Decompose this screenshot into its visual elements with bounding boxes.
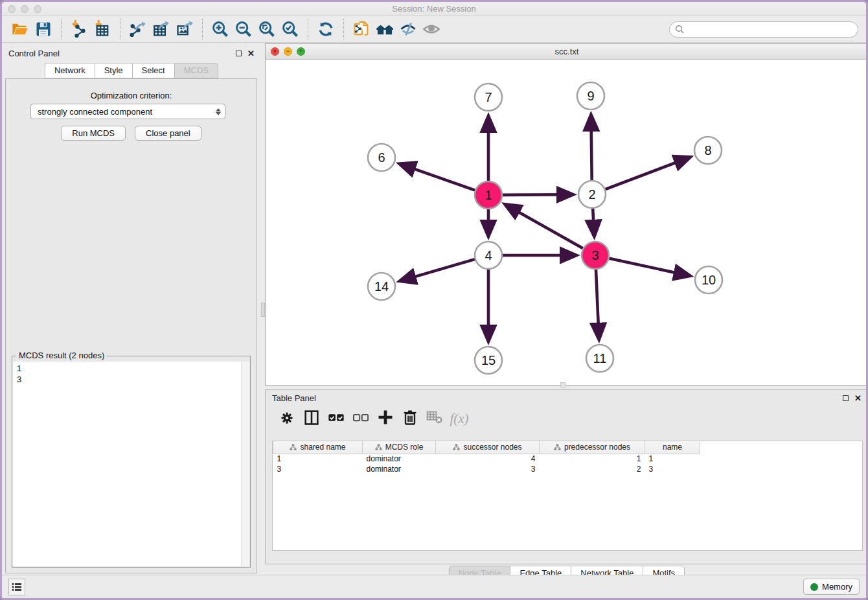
column-tree-icon xyxy=(290,444,297,451)
table-toolbar: f(x) xyxy=(266,406,868,432)
import-network-button[interactable] xyxy=(67,18,91,40)
network-titlebar[interactable]: × − + scc.txt xyxy=(266,44,868,60)
graph-node-9[interactable]: 9 xyxy=(577,82,604,110)
graph-node-15[interactable]: 15 xyxy=(475,347,502,374)
column-header-predecessor-nodes[interactable]: predecessor nodes xyxy=(540,441,645,454)
close-panel-button[interactable]: Close panel xyxy=(135,126,201,141)
table-cell[interactable]: 3 xyxy=(645,464,700,474)
node-label: 2 xyxy=(588,187,595,202)
table-row[interactable]: 1dominator411 xyxy=(273,454,700,464)
export-network-button[interactable] xyxy=(126,18,150,40)
network-window: × − + scc.txt 7968124314101511 xyxy=(265,43,868,386)
apply-layout-button[interactable] xyxy=(314,18,337,40)
node-table: shared nameMCDS rolesuccessor nodesprede… xyxy=(272,441,863,551)
zoom-in-button[interactable] xyxy=(209,18,232,40)
home-layout-button[interactable] xyxy=(373,18,396,40)
close-table-panel-icon[interactable]: ✕ xyxy=(854,394,862,402)
table-cell[interactable]: dominator xyxy=(363,464,436,474)
graph-node-1[interactable]: 1 xyxy=(475,181,502,209)
delete-column-button[interactable] xyxy=(399,408,421,429)
node-label: 3 xyxy=(591,248,599,262)
tab-select[interactable]: Select xyxy=(132,63,174,78)
graph-node-10[interactable]: 10 xyxy=(695,266,722,294)
table-cell[interactable]: 3 xyxy=(436,464,540,474)
main-toolbar xyxy=(2,16,866,43)
deselect-all-icon xyxy=(352,408,370,429)
zoom-selected-button[interactable] xyxy=(279,18,302,40)
table-cell[interactable]: 1 xyxy=(273,454,363,464)
zoom-out-button[interactable] xyxy=(232,18,255,40)
memory-button[interactable]: Memory xyxy=(803,579,860,595)
criterion-select[interactable]: strongly connected component xyxy=(30,104,225,119)
tab-network[interactable]: Network xyxy=(45,63,95,78)
search-input[interactable] xyxy=(687,25,852,34)
add-column-icon xyxy=(376,408,394,429)
table-cell[interactable]: 3 xyxy=(273,464,363,474)
edge-3-11[interactable] xyxy=(596,270,599,339)
graph-node-14[interactable]: 14 xyxy=(368,273,395,300)
deselect-all-button[interactable] xyxy=(350,408,372,429)
run-mcds-button[interactable]: Run MCDS xyxy=(61,126,126,141)
add-column-button[interactable] xyxy=(374,408,396,429)
copy-network-button[interactable] xyxy=(350,18,373,40)
table-cell[interactable]: 1 xyxy=(540,454,645,464)
graph-node-7[interactable]: 7 xyxy=(475,84,502,111)
column-header-successor-nodes[interactable]: successor nodes xyxy=(436,441,540,454)
edge-3-10[interactable] xyxy=(609,259,689,276)
node-label: 15 xyxy=(481,353,496,367)
tab-mcds[interactable]: MCDS xyxy=(174,63,218,78)
import-table-button[interactable] xyxy=(91,18,114,40)
app-window: Session: New Session Control Panel ✕ Net… xyxy=(0,0,868,600)
graph-node-8[interactable]: 8 xyxy=(694,137,722,164)
table-row[interactable]: 3dominator323 xyxy=(273,464,700,474)
main-area: Control Panel ✕ NetworkStyleSelectMCDS O… xyxy=(2,45,866,575)
column-header-name[interactable]: name xyxy=(645,441,700,454)
close-panel-icon[interactable]: ✕ xyxy=(247,49,255,58)
mcds-result-title: MCDS result (2 nodes) xyxy=(16,351,107,360)
mcds-panel: Optimization criterion: strongly connect… xyxy=(5,78,257,573)
save-session-button[interactable] xyxy=(32,18,55,40)
node-label: 11 xyxy=(593,351,607,365)
settings-gear-button[interactable] xyxy=(276,408,298,429)
column-header-mcds-role[interactable]: MCDS role xyxy=(363,441,436,454)
open-file-icon xyxy=(11,20,29,38)
result-scrollbar[interactable] xyxy=(241,362,249,566)
graph-node-2[interactable]: 2 xyxy=(578,181,606,208)
node-label: 8 xyxy=(704,143,711,157)
export-network-icon xyxy=(129,20,147,38)
open-file-button[interactable] xyxy=(8,18,32,40)
edge-4-14[interactable] xyxy=(400,259,475,281)
column-header-shared-name[interactable]: shared name xyxy=(273,441,363,454)
float-table-panel-icon[interactable] xyxy=(843,395,849,401)
graph-node-6[interactable]: 6 xyxy=(368,144,395,171)
edge-2-9[interactable] xyxy=(591,115,591,180)
task-history-button[interactable] xyxy=(8,579,25,595)
graph-node-3[interactable]: 3 xyxy=(582,242,609,269)
edge-3-1[interactable] xyxy=(505,205,583,248)
table-cell[interactable]: 4 xyxy=(436,454,540,464)
graph-node-4[interactable]: 4 xyxy=(475,242,502,269)
table-cell[interactable]: dominator xyxy=(363,454,436,464)
split-panel-button[interactable] xyxy=(301,408,323,429)
network-canvas[interactable]: 7968124314101511 xyxy=(266,60,868,385)
export-table-button[interactable] xyxy=(150,18,173,40)
edge-1-6[interactable] xyxy=(400,164,475,190)
edge-2-3[interactable] xyxy=(593,209,594,236)
memory-label: Memory xyxy=(822,582,852,592)
hide-details-button[interactable] xyxy=(396,18,420,40)
mcds-result-text[interactable]: 1 3 xyxy=(13,362,241,566)
select-all-button[interactable] xyxy=(325,408,347,429)
edge-2-8[interactable] xyxy=(606,157,690,190)
split-panel-icon xyxy=(303,408,321,429)
zoom-fit-button[interactable] xyxy=(255,18,279,40)
table-cell[interactable]: 1 xyxy=(645,454,700,464)
search-box[interactable] xyxy=(669,21,858,38)
export-image-button[interactable] xyxy=(173,18,196,40)
graph-node-11[interactable]: 11 xyxy=(586,345,613,372)
edge-1-2[interactable] xyxy=(503,194,573,195)
tab-style[interactable]: Style xyxy=(95,63,132,78)
float-panel-icon[interactable] xyxy=(236,51,242,56)
network-resize-handle[interactable] xyxy=(560,382,565,387)
table-header-row: shared nameMCDS rolesuccessor nodesprede… xyxy=(273,441,700,454)
table-cell[interactable]: 2 xyxy=(540,464,645,474)
